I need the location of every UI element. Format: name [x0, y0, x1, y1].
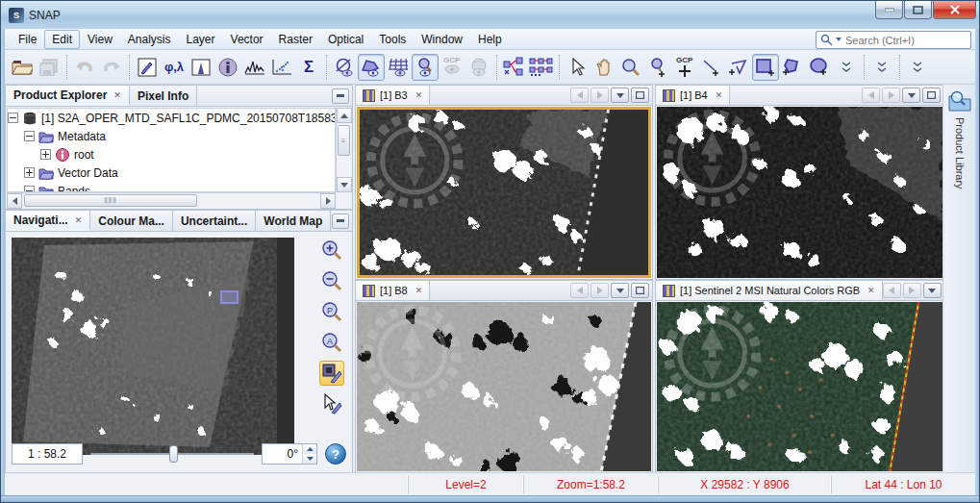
slider-thumb[interactable] — [169, 445, 178, 463]
menu-layer[interactable]: Layer — [179, 30, 223, 49]
draw-ellipse-tool-button[interactable] — [806, 54, 833, 81]
close-tab-icon[interactable]: ✕ — [867, 286, 875, 295]
gcp-overlay-toggle[interactable]: GCP — [439, 54, 465, 81]
scroll-tabs-right-button[interactable] — [591, 88, 609, 103]
tree-row-vector-data[interactable]: Vector Data — [8, 163, 335, 182]
tab-pixel-info[interactable]: Pixel Info — [130, 86, 197, 106]
menu-view[interactable]: View — [80, 30, 120, 49]
minimize-panel-button[interactable] — [332, 214, 349, 229]
menu-help[interactable]: Help — [470, 30, 510, 49]
pin-tool-button[interactable] — [134, 54, 161, 81]
scroll-thumb[interactable]: ≡ — [338, 125, 350, 156]
maximize-button[interactable] — [904, 1, 932, 19]
tree-row-root[interactable]: root — [8, 145, 335, 163]
gcp-placing-tool-button[interactable]: GCP — [671, 54, 698, 81]
tab-navigation[interactable]: Navigati... ✕ — [6, 211, 90, 231]
close-tab-icon[interactable]: ✕ — [113, 90, 121, 100]
minimize-button[interactable] — [875, 1, 903, 19]
close-tab-icon[interactable]: ✕ — [716, 90, 723, 100]
tab-colour-manipulation[interactable]: Colour Ma... — [90, 211, 173, 231]
menu-raster[interactable]: Raster — [271, 30, 320, 49]
scroll-thumb[interactable]: ⦀⦀⦀ — [24, 194, 197, 207]
tree-row-metadata[interactable]: Metadata — [8, 127, 335, 145]
close-tab-icon[interactable]: ✕ — [415, 90, 423, 100]
collapse-icon[interactable] — [24, 186, 35, 192]
zoom-tool-button[interactable] — [617, 54, 644, 81]
toolbar-overflow-chevron[interactable] — [833, 54, 860, 81]
close-tab-icon[interactable]: ✕ — [75, 215, 83, 225]
menu-file[interactable]: File — [11, 30, 44, 49]
view-tab-b8[interactable]: [1] B8 ✕ — [356, 281, 430, 300]
graticule-overlay-toggle[interactable] — [385, 54, 412, 81]
zoom-out-button[interactable] — [319, 268, 344, 293]
redo-button[interactable] — [98, 54, 125, 81]
navigation-thumbnail[interactable] — [12, 238, 294, 455]
geometry-overlay-toggle[interactable] — [358, 54, 385, 81]
pin-overlay-toggle[interactable] — [412, 54, 439, 81]
maximize-view-button[interactable] — [922, 88, 941, 103]
vertical-scrollbar[interactable]: ≡ — [336, 108, 351, 192]
geo-coding-button[interactable]: φ,λ — [161, 54, 188, 81]
spin-up-button[interactable] — [303, 444, 316, 454]
tab-list-dropdown-button[interactable] — [902, 88, 920, 103]
tab-product-explorer[interactable]: Product Explorer ✕ — [6, 86, 130, 106]
tree-row-product[interactable]: [1] S2A_OPER_MTD_SAFL1C_PDMC_20150708T18… — [8, 109, 335, 127]
pin-placing-tool-button[interactable] — [644, 54, 671, 81]
information-button[interactable] — [214, 54, 241, 81]
scroll-tabs-left-button[interactable] — [862, 88, 880, 103]
collapse-icon[interactable] — [24, 131, 35, 141]
sync-views-button[interactable] — [319, 361, 344, 386]
scroll-tabs-left-button[interactable] — [883, 283, 901, 298]
no-data-overlay-toggle[interactable] — [331, 54, 358, 81]
draw-line-tool-button[interactable] — [698, 54, 725, 81]
menu-tools[interactable]: Tools — [371, 30, 414, 49]
zoom-pixel-button[interactable]: P — [319, 299, 344, 324]
expand-icon[interactable] — [24, 167, 35, 178]
collapse-icon[interactable] — [8, 113, 18, 123]
toolbar-overflow-chevron[interactable] — [868, 54, 895, 81]
view-tab-b3[interactable]: [1] B3 ✕ — [356, 86, 430, 105]
scroll-tabs-right-button[interactable] — [882, 88, 900, 103]
tab-list-dropdown-button[interactable] — [611, 283, 629, 298]
view-canvas-b3[interactable] — [357, 107, 651, 278]
menu-optical[interactable]: Optical — [320, 30, 371, 49]
menu-vector[interactable]: Vector — [223, 30, 271, 49]
tab-uncertainty[interactable]: Uncertaint... — [173, 211, 256, 231]
draw-polygon-tool-button[interactable] — [779, 54, 806, 81]
search-box[interactable] — [816, 31, 971, 49]
expand-icon[interactable] — [40, 149, 51, 160]
undo-button[interactable] — [71, 54, 98, 81]
zoom-slider[interactable] — [90, 443, 254, 465]
view-canvas-b4[interactable] — [657, 107, 942, 278]
tree-row-bands[interactable]: Bands — [8, 182, 335, 192]
graph-builder-button[interactable] — [501, 54, 528, 81]
tab-list-dropdown-button[interactable] — [923, 283, 942, 298]
product-library-tab[interactable]: Product Library — [942, 85, 975, 473]
histogram-button[interactable] — [188, 54, 214, 81]
draw-rectangle-tool-button[interactable] — [752, 54, 779, 81]
title-bar[interactable]: S SNAP — [1, 1, 980, 29]
sync-cursor-button[interactable] — [319, 391, 344, 416]
zoom-all-button[interactable]: A — [319, 330, 344, 355]
scroll-down-button[interactable] — [337, 177, 352, 192]
scatter-plot-button[interactable] — [268, 54, 295, 81]
scroll-tabs-left-button[interactable] — [570, 88, 589, 103]
menu-edit[interactable]: Edit — [44, 30, 80, 49]
maximize-view-button[interactable] — [631, 88, 649, 103]
scroll-right-button[interactable] — [320, 193, 336, 209]
tab-list-dropdown-button[interactable] — [611, 88, 629, 103]
view-tab-rgb[interactable]: [1] Sentinel 2 MSI Natural Colors RGB ✕ — [656, 281, 883, 300]
batch-processing-button[interactable] — [528, 54, 555, 81]
horizontal-scrollbar[interactable]: ⦀⦀⦀ — [7, 192, 336, 208]
select-tool-button[interactable] — [564, 54, 591, 81]
view-canvas-rgb[interactable] — [657, 302, 942, 471]
scroll-tabs-right-button[interactable] — [591, 283, 609, 298]
view-tab-b4[interactable]: [1] B4 ✕ — [656, 86, 730, 105]
rotation-spinner[interactable]: 0° — [262, 443, 317, 465]
menu-window[interactable]: Window — [414, 30, 470, 49]
close-button[interactable] — [933, 1, 976, 19]
view-canvas-b8[interactable] — [357, 302, 651, 471]
open-product-button[interactable] — [9, 54, 36, 81]
scroll-tabs-left-button[interactable] — [570, 283, 589, 298]
spectrum-button[interactable] — [241, 54, 268, 81]
